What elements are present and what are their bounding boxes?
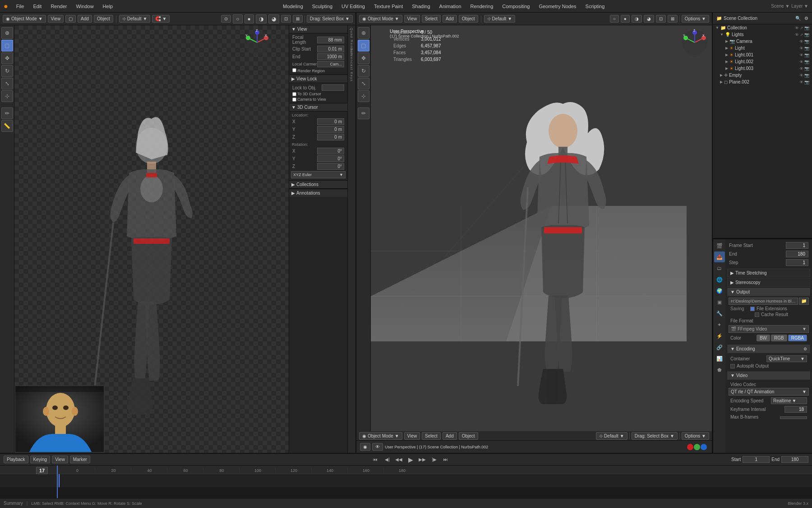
- output-props-icon[interactable]: 📤: [714, 252, 725, 262]
- workspace-sculpting[interactable]: Sculpting: [309, 3, 336, 10]
- keying-menu[interactable]: Keying: [30, 456, 51, 463]
- menu-edit[interactable]: Edit: [29, 3, 45, 10]
- start-frame-field[interactable]: 1: [743, 456, 770, 463]
- container-dropdown[interactable]: QuickTime ▼: [766, 355, 807, 362]
- right-bottom-view[interactable]: View: [404, 432, 420, 440]
- collection-vis-icon[interactable]: 👁: [795, 26, 799, 30]
- prev-keyframe-btn[interactable]: ◀|: [382, 455, 392, 465]
- output-path-browse-btn[interactable]: 📁: [799, 298, 809, 305]
- encoding-speed-dropdown[interactable]: Realtime▼: [771, 397, 807, 404]
- right-rotate-tool[interactable]: ↻: [358, 65, 369, 77]
- camera-to-view-checkbox[interactable]: [292, 98, 296, 102]
- cache-result-checkbox[interactable]: [755, 312, 759, 317]
- light001-render-icon[interactable]: 📷: [804, 53, 809, 57]
- outliner-item-light002[interactable]: ▶ ☀ Light.002 👁 📷: [713, 58, 812, 65]
- camera-render-icon[interactable]: 📷: [804, 39, 809, 44]
- shading-material-btn[interactable]: ◑: [256, 14, 267, 23]
- output-path-field[interactable]: H:\Desktop\Demon Huntress in Blender cou…: [729, 298, 798, 305]
- empty-render-icon[interactable]: 📷: [804, 73, 809, 78]
- particles-icon[interactable]: ✦: [714, 319, 725, 330]
- right-orientation-dropdown[interactable]: ⊹ Default ▼: [484, 15, 516, 23]
- view-lock-header[interactable]: ▶ View Lock: [289, 75, 347, 83]
- right-annotate-tool[interactable]: ✏: [358, 107, 369, 119]
- annotations-section-header[interactable]: ▶ Annotations: [289, 189, 347, 197]
- light-render-icon[interactable]: 📷: [804, 46, 809, 51]
- outliner-filter-btn[interactable]: ⚙: [804, 16, 808, 21]
- right-bottom-object-mode[interactable]: ◉ Object Mode ▼: [359, 432, 402, 440]
- color-rgba-btn[interactable]: RGBA: [788, 335, 807, 341]
- time-stretching-header[interactable]: ▶ Time Stretching: [727, 269, 810, 277]
- light002-vis-icon[interactable]: 👁: [799, 60, 803, 64]
- outliner-item-camera[interactable]: ▶ 📷 Camera 👁 📷: [713, 38, 812, 45]
- workspace-compositing[interactable]: Compositing: [498, 3, 533, 10]
- world-props-icon[interactable]: 🌍: [714, 285, 725, 296]
- right-view-menu[interactable]: View: [404, 15, 420, 23]
- constraints-icon[interactable]: 🔗: [714, 342, 725, 353]
- light003-vis-icon[interactable]: 👁: [799, 66, 803, 71]
- right-move-tool[interactable]: ✥: [358, 52, 369, 64]
- right-object-menu[interactable]: Object: [459, 15, 478, 23]
- menu-window[interactable]: Window: [72, 3, 97, 10]
- play-btn[interactable]: ▶: [406, 455, 415, 465]
- autosplit-checkbox[interactable]: [730, 364, 735, 368]
- object-menu[interactable]: Object: [94, 15, 113, 23]
- right-scale-tool[interactable]: ⤡: [358, 78, 369, 89]
- color-bw-btn[interactable]: BW: [757, 335, 770, 341]
- outliner-item-light[interactable]: ▶ ☀ Light 👁 📷: [713, 45, 812, 51]
- object-props-icon[interactable]: ▣: [714, 297, 725, 308]
- color-rgb-btn[interactable]: RGB: [771, 335, 787, 341]
- right-shading-material[interactable]: ◑: [632, 15, 642, 23]
- lights-render-icon[interactable]: 📷: [804, 33, 809, 37]
- workspace-uv-editing[interactable]: UV Editing: [338, 3, 369, 10]
- workspace-animation[interactable]: Animation: [436, 3, 465, 10]
- physics-icon[interactable]: ⚡: [714, 331, 725, 341]
- right-transform-tool[interactable]: ⊹: [358, 90, 369, 102]
- add-menu[interactable]: Add: [78, 15, 92, 23]
- output-section-header[interactable]: ▼ Output: [727, 288, 810, 296]
- outliner-item-plane002[interactable]: ▶ ◻ Plane.002 👁 📷: [713, 79, 812, 85]
- right-xray[interactable]: ⊠: [668, 15, 678, 23]
- collection-select-icon[interactable]: ↗: [800, 26, 803, 30]
- transform-tool[interactable]: ⊹: [1, 90, 13, 102]
- view-layer-icon[interactable]: 🗂: [714, 263, 725, 274]
- next-keyframe-btn[interactable]: |▶: [429, 455, 439, 465]
- right-cursor-tool[interactable]: ⊕: [358, 27, 369, 39]
- render-props-icon[interactable]: 🎬: [714, 240, 725, 251]
- encoding-section-header[interactable]: ▼ Encoding ⚙: [727, 345, 810, 353]
- layer-selector[interactable]: Layer ▼: [791, 4, 808, 9]
- jump-end-btn[interactable]: ⏭: [441, 455, 451, 465]
- right-bottom-object[interactable]: Object: [459, 432, 478, 440]
- workspace-scripting[interactable]: Scripting: [582, 3, 609, 10]
- move-tool[interactable]: ✥: [1, 52, 13, 64]
- right-bottom-drag[interactable]: Drag: Select Box ▼: [632, 432, 678, 440]
- play-forward-btn[interactable]: ▶▶: [417, 455, 427, 465]
- right-select-tool[interactable]: ▢: [358, 40, 369, 51]
- right-select-menu[interactable]: Select: [422, 15, 441, 23]
- lock-obj-field[interactable]: [322, 84, 344, 91]
- shading-rendered-btn[interactable]: ◕: [268, 14, 279, 23]
- collection-render-icon[interactable]: 📷: [804, 26, 809, 30]
- lights-vis-icon[interactable]: 👁: [795, 33, 799, 37]
- scale-tool[interactable]: ⤡: [1, 78, 13, 89]
- workspace-shading[interactable]: Shading: [408, 3, 434, 10]
- plane002-render-icon[interactable]: 📷: [804, 80, 809, 84]
- encoding-settings-icon[interactable]: ⚙: [803, 347, 807, 351]
- right-nav-gizmo[interactable]: X Y Z: [681, 29, 708, 57]
- orientation-dropdown[interactable]: ⊹ Default ▼: [119, 15, 151, 23]
- max-b-frames-slider[interactable]: [780, 416, 807, 419]
- stereoscopy-header[interactable]: ▶ Stereoscopy: [727, 278, 810, 287]
- scene-props-icon[interactable]: 🌐: [714, 274, 725, 285]
- outliner-item-lights[interactable]: ▼ 💡 Lights 👁 ↗ 📷: [713, 31, 812, 38]
- right-shading-rendered[interactable]: ◕: [644, 15, 654, 23]
- cursor-tool[interactable]: ⊕: [1, 27, 13, 39]
- jump-start-btn[interactable]: ⏮: [370, 455, 380, 465]
- left-viewport-canvas[interactable]: X Y Z: [14, 25, 289, 453]
- menu-file[interactable]: File: [13, 3, 28, 10]
- menu-help[interactable]: Help: [99, 3, 117, 10]
- workspace-texture-paint[interactable]: Texture Paint: [370, 3, 406, 10]
- menu-render[interactable]: Render: [47, 3, 70, 10]
- xray-btn[interactable]: ⊠: [293, 15, 303, 23]
- annotate-tool[interactable]: ✏: [1, 107, 13, 119]
- nav-gizmo[interactable]: X Y Z: [244, 29, 271, 56]
- right-bottom-add[interactable]: Add: [443, 432, 457, 440]
